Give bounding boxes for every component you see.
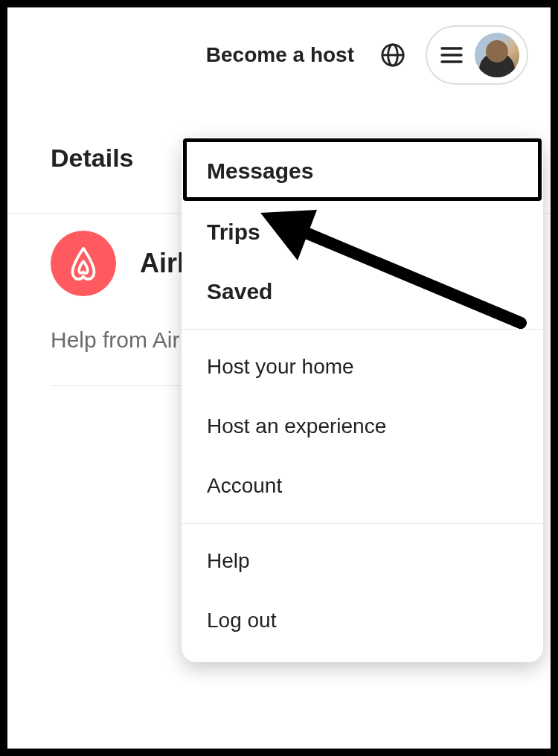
menu-item-account[interactable]: Account	[182, 456, 543, 516]
profile-menu-button[interactable]	[426, 25, 528, 85]
profile-dropdown: Messages Trips Saved Host your home Host…	[182, 137, 543, 662]
avatar	[475, 33, 519, 77]
screenshot-inner: Become a host Details	[7, 7, 551, 749]
divider	[182, 523, 543, 524]
menu-item-host-experience[interactable]: Host an experience	[182, 397, 543, 456]
menu-item-logout[interactable]: Log out	[182, 591, 543, 650]
become-host-link[interactable]: Become a host	[206, 43, 354, 67]
menu-item-help[interactable]: Help	[182, 531, 543, 591]
support-row: Airb	[51, 231, 193, 296]
airbnb-logo-icon	[51, 231, 116, 296]
menu-item-host-home[interactable]: Host your home	[182, 337, 543, 397]
details-label: Details	[51, 144, 134, 173]
menu-item-saved[interactable]: Saved	[182, 262, 543, 321]
language-button[interactable]	[376, 39, 409, 71]
hamburger-icon	[440, 46, 463, 64]
divider	[182, 329, 543, 330]
top-bar: Become a host	[7, 7, 551, 103]
globe-icon	[380, 42, 405, 68]
menu-item-messages[interactable]: Messages	[182, 140, 543, 202]
menu-item-trips[interactable]: Trips	[182, 202, 543, 262]
screenshot-frame: Become a host Details	[0, 0, 558, 756]
support-help-text: Help from Air	[51, 327, 179, 353]
